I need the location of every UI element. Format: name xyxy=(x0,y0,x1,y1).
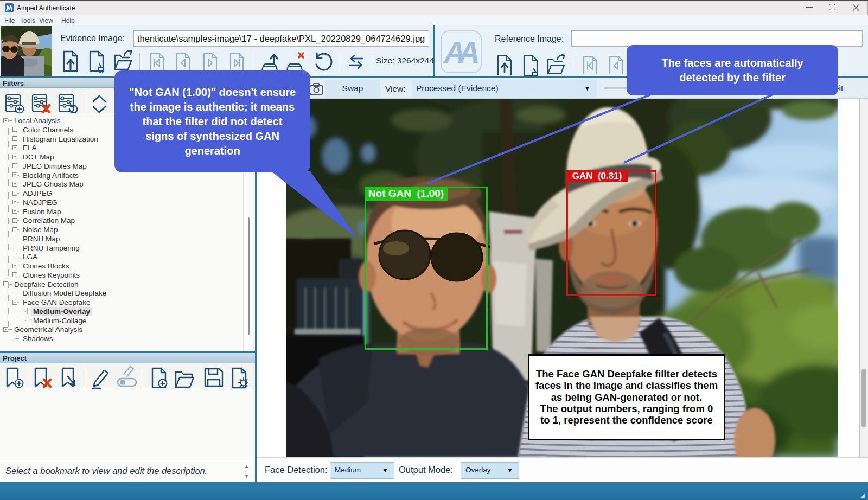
svg-text:AA: AA xyxy=(443,35,478,69)
